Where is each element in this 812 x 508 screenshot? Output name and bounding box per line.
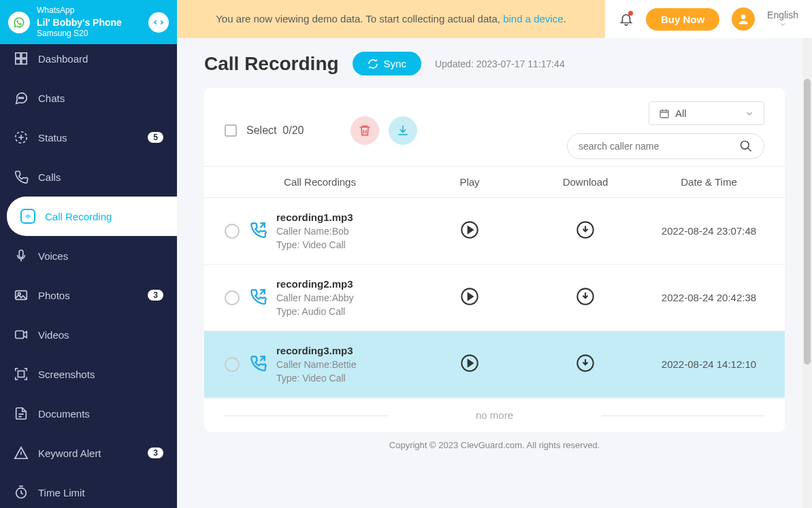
- chevron-down-icon: [779, 20, 787, 29]
- download-all-button[interactable]: [389, 116, 417, 145]
- recording-date: 2022-08-24 14:12:10: [653, 358, 764, 370]
- search-icon: [739, 139, 753, 153]
- sidebar-item-dashboard[interactable]: Dashboard: [0, 39, 177, 78]
- nav-icon: [14, 485, 29, 500]
- svg-rect-8: [19, 250, 23, 258]
- recording-filename: recording2.mp3: [276, 278, 354, 290]
- sync-button[interactable]: Sync: [353, 52, 421, 75]
- nav-icon: [14, 90, 29, 105]
- delete-button[interactable]: [351, 116, 379, 145]
- col-play: Play: [422, 176, 517, 188]
- recording-date: 2022-08-24 23:07:48: [653, 225, 764, 237]
- swap-device-icon[interactable]: [148, 12, 169, 33]
- scrollbar-thumb[interactable]: [804, 79, 811, 365]
- download-button[interactable]: [575, 353, 596, 373]
- recording-date: 2022-08-24 20:42:38: [653, 292, 764, 303]
- sidebar-item-keyword-alert[interactable]: Keyword Alert3: [0, 433, 177, 473]
- col-download: Download: [524, 176, 647, 188]
- sidebar-item-status[interactable]: Status5: [0, 118, 177, 157]
- no-more-label: no more: [204, 398, 785, 432]
- outgoing-call-icon: [249, 288, 267, 308]
- nav-label: Status: [38, 132, 67, 143]
- table-row[interactable]: recording1.mp3Caller Name:BobType: Video…: [204, 198, 785, 265]
- nav-icon: [14, 130, 29, 145]
- row-checkbox[interactable]: [225, 224, 240, 239]
- buy-now-button[interactable]: Buy Now: [646, 8, 719, 31]
- svg-rect-11: [16, 331, 24, 339]
- nav-label: Chats: [38, 92, 65, 104]
- sync-icon: [368, 58, 378, 69]
- select-all-checkbox[interactable]: [225, 124, 237, 137]
- calendar-icon: [659, 108, 670, 119]
- sidebar-item-screenshots[interactable]: Screenshots: [0, 354, 177, 394]
- avatar[interactable]: [732, 7, 755, 31]
- sidebar-item-time-limit[interactable]: Time Limit: [0, 473, 177, 508]
- download-icon: [396, 124, 410, 137]
- nav: DashboardChatsStatus5CallsCall Recording…: [0, 44, 177, 508]
- device-info: WhatsApp Lil' Bobby's Phone Samsung S20: [37, 5, 142, 39]
- nav-label: Photos: [38, 290, 70, 301]
- search-input[interactable]: [579, 141, 739, 152]
- content: Call Recording Sync Updated: 2023-07-17 …: [177, 38, 812, 508]
- svg-point-14: [741, 14, 746, 19]
- scrollbar-track[interactable]: [802, 38, 812, 508]
- date-filter-dropdown[interactable]: All: [649, 101, 764, 125]
- sidebar-item-call-recording[interactable]: Call Recording: [7, 197, 177, 236]
- device-header[interactable]: WhatsApp Lil' Bobby's Phone Samsung S20: [0, 0, 177, 44]
- row-checkbox[interactable]: [225, 357, 240, 372]
- play-button[interactable]: [459, 353, 480, 373]
- page-title: Call Recording: [204, 53, 339, 75]
- select-group: Select 0/20: [225, 116, 417, 145]
- recordings-card: Select 0/20 All: [204, 88, 785, 432]
- nav-label: Calls: [38, 171, 61, 183]
- language-selector[interactable]: English: [767, 10, 798, 29]
- download-button[interactable]: [575, 220, 596, 240]
- svg-point-16: [741, 141, 749, 150]
- svg-rect-1: [22, 53, 27, 58]
- sidebar-item-documents[interactable]: Documents: [0, 394, 177, 433]
- table-row[interactable]: recording3.mp3Caller Name:BettieType: Vi…: [204, 331, 785, 398]
- table-row[interactable]: recording2.mp3Caller Name:AbbyType: Audi…: [204, 265, 785, 331]
- bind-device-link[interactable]: bind a device: [503, 13, 563, 24]
- chevron-down-icon: [745, 109, 754, 118]
- nav-icon: [14, 367, 29, 382]
- table-header: Call Recordings Play Download Date & Tim…: [204, 166, 785, 198]
- nav-icon: [14, 406, 29, 421]
- svg-rect-2: [16, 59, 20, 64]
- sidebar: WhatsApp Lil' Bobby's Phone Samsung S20 …: [0, 0, 177, 508]
- page-header: Call Recording Sync Updated: 2023-07-17 …: [204, 52, 785, 75]
- download-button[interactable]: [575, 286, 596, 307]
- svg-point-6: [22, 97, 24, 99]
- nav-label: Documents: [38, 408, 90, 420]
- notification-icon[interactable]: [619, 12, 634, 27]
- sidebar-item-calls[interactable]: Calls: [0, 157, 177, 197]
- filter-group: All: [567, 101, 764, 159]
- recording-type: Type: Video Call: [276, 373, 357, 384]
- svg-point-4: [18, 97, 20, 99]
- nav-label: Call Recording: [45, 211, 112, 222]
- sidebar-item-chats[interactable]: Chats: [0, 78, 177, 118]
- search-box[interactable]: [567, 133, 764, 159]
- nav-icon: [14, 248, 29, 263]
- play-button[interactable]: [459, 220, 480, 240]
- svg-point-5: [20, 97, 22, 99]
- select-label: Select 0/20: [246, 124, 304, 137]
- nav-icon: [14, 445, 29, 460]
- nav-icon: [14, 51, 29, 66]
- recording-caller: Caller Name:Bob: [276, 226, 353, 237]
- table-body: recording1.mp3Caller Name:BobType: Video…: [204, 198, 785, 398]
- sidebar-item-voices[interactable]: Voices: [0, 236, 177, 275]
- nav-label: Time Limit: [38, 487, 85, 498]
- sidebar-item-videos[interactable]: Videos: [0, 315, 177, 354]
- sidebar-item-photos[interactable]: Photos3: [0, 275, 177, 315]
- updated-timestamp: Updated: 2023-07-17 11:17:44: [435, 58, 565, 69]
- recording-filename: recording1.mp3: [276, 211, 353, 223]
- recording-caller: Caller Name:Bettie: [276, 359, 357, 370]
- nav-icon: [14, 288, 29, 303]
- play-button[interactable]: [459, 286, 480, 307]
- recording-caller: Caller Name:Abby: [276, 292, 354, 303]
- nav-badge: 3: [148, 447, 163, 458]
- row-checkbox[interactable]: [225, 290, 240, 305]
- recording-info: recording2.mp3Caller Name:AbbyType: Audi…: [276, 278, 354, 317]
- recording-filename: recording3.mp3: [276, 345, 357, 356]
